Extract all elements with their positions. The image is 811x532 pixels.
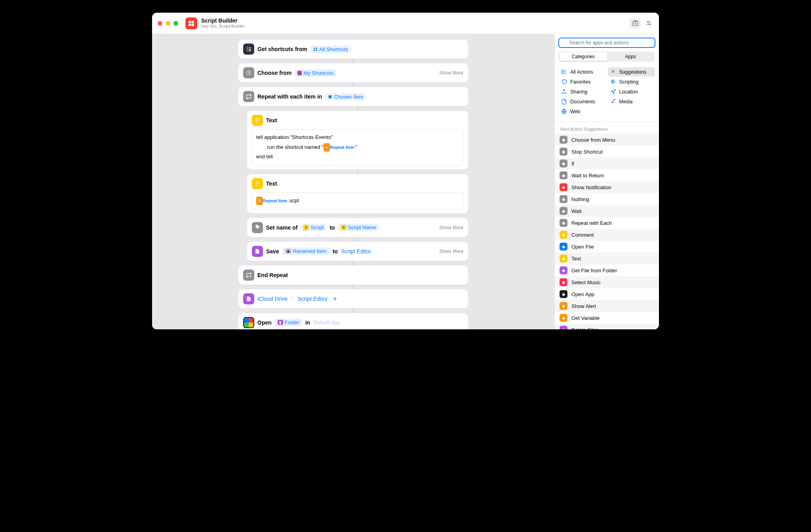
token-default-app[interactable]: Default App xyxy=(313,319,340,325)
suggestion-icon: ◆ xyxy=(560,243,567,251)
action-get-shortcuts[interactable]: Get shortcuts from All Shortcuts xyxy=(238,40,468,59)
category-documents[interactable]: Documents xyxy=(559,97,606,106)
app-window: Script Builder Hey Siri, Script Builder … xyxy=(152,13,659,329)
suggestion-icon: ◆ xyxy=(560,160,567,167)
suggestion-get-variable[interactable]: ◆Get Variable xyxy=(555,312,659,324)
action-label: Save xyxy=(266,248,279,255)
suggestion-wait[interactable]: ◆Wait xyxy=(555,205,659,217)
suggestion-comment[interactable]: ◆Comment xyxy=(555,229,659,241)
workflow-editor[interactable]: Get shortcuts from All Shortcuts Choose … xyxy=(152,34,554,329)
tab-apps[interactable]: Apps xyxy=(607,52,655,61)
repeat-icon xyxy=(243,270,254,281)
action-label: End Repeat xyxy=(257,272,288,278)
suggestion-nothing[interactable]: ◆Nothing xyxy=(555,193,659,205)
svg-rect-5 xyxy=(316,48,317,49)
suggestion-icon: ◆ xyxy=(560,231,567,239)
action-save[interactable]: Save ◆Renamed Item to Script Editor Show… xyxy=(247,242,468,261)
category-location[interactable]: Location xyxy=(608,87,655,96)
category-sharing[interactable]: Sharing xyxy=(559,87,606,96)
path-scripteditor[interactable]: Script Editor xyxy=(297,296,327,302)
suggestion-repeat-with-each[interactable]: ◆Repeat with Each xyxy=(555,217,659,229)
svg-point-25 xyxy=(647,21,648,23)
action-set-name[interactable]: Set name of ≡Script to ≡Script Name Show… xyxy=(247,218,468,237)
svg-point-33 xyxy=(562,70,562,70)
token-repeat-item[interactable]: ✕ xyxy=(256,197,263,205)
action-label: Text xyxy=(266,117,277,124)
action-choose-from[interactable]: Choose from My Shortcuts Show More xyxy=(238,63,468,82)
svg-point-34 xyxy=(562,72,562,72)
action-label: Choose from xyxy=(257,70,291,76)
suggestion-icon: ◆ xyxy=(560,171,567,179)
action-end-repeat[interactable]: End Repeat xyxy=(238,266,468,285)
svg-rect-9 xyxy=(248,71,251,71)
svg-rect-6 xyxy=(314,49,315,51)
library-button[interactable] xyxy=(630,19,641,28)
svg-rect-0 xyxy=(188,21,191,23)
suggestion-stop-shortcut[interactable]: ◆Stop Shortcut xyxy=(555,146,659,158)
suggestion-delete-files[interactable]: ◆Delete Files xyxy=(555,324,659,329)
category-all-actions[interactable]: All Actions xyxy=(559,67,606,76)
suggestion-text[interactable]: ◆Text xyxy=(555,253,659,264)
token-script[interactable]: ≡Script xyxy=(301,224,326,231)
token-my-shortcuts[interactable]: My Shortcuts xyxy=(295,69,336,77)
suggestion-icon: ◆ xyxy=(560,302,567,310)
svg-rect-14 xyxy=(329,95,331,98)
show-more[interactable]: Show More xyxy=(439,249,463,254)
suggestion-choose-from-menu[interactable]: ◆Choose from Menu xyxy=(555,134,659,146)
text-content[interactable]: tell application "Shortcuts Events" run … xyxy=(252,129,463,165)
token-script-editor[interactable]: Script Editor xyxy=(341,248,371,255)
category-media[interactable]: Media xyxy=(608,97,655,106)
action-label: Text xyxy=(266,180,277,187)
text-content[interactable]: ✕Repeat Item.scpt xyxy=(252,192,463,209)
suggestions-header: Next Action Suggestions xyxy=(555,124,659,134)
suggestion-open-app[interactable]: ◆Open App xyxy=(555,288,659,300)
category-web[interactable]: Web xyxy=(559,107,606,116)
category-scripting[interactable]: Scripting xyxy=(608,77,655,86)
tab-categories[interactable]: Categories xyxy=(560,52,607,61)
close-window[interactable] xyxy=(158,21,162,26)
text-icon xyxy=(252,178,263,189)
chevron-right-icon: 〉 xyxy=(291,296,294,301)
settings-button[interactable] xyxy=(643,19,654,28)
tab-segment[interactable]: Categories Apps xyxy=(559,51,655,62)
minimize-window[interactable] xyxy=(166,21,170,26)
category-suggestions[interactable]: Suggestions xyxy=(608,67,655,76)
add-path-button[interactable] xyxy=(331,295,339,303)
show-more[interactable]: Show More xyxy=(439,70,463,76)
svg-rect-1 xyxy=(192,21,194,23)
action-folder-path[interactable]: iCloud Drive 〉 Script Editor xyxy=(238,289,468,308)
token-folder[interactable]: ▮Folder xyxy=(275,319,302,326)
show-more[interactable]: Show More xyxy=(439,225,463,230)
traffic-lights xyxy=(158,21,178,26)
suggestion-show-notification[interactable]: ◆Show Notification xyxy=(555,181,659,193)
action-open[interactable]: Open ▮Folder in Default App Show Open In… xyxy=(238,313,468,329)
svg-rect-7 xyxy=(316,49,317,51)
token-all-shortcuts[interactable]: All Shortcuts xyxy=(310,46,351,53)
action-text-2[interactable]: Text ✕Repeat Item.scpt xyxy=(247,174,468,213)
search-input[interactable] xyxy=(559,38,655,48)
suggestion-if[interactable]: ◆If xyxy=(555,158,659,169)
category-favorites[interactable]: Favorites xyxy=(559,77,606,86)
suggestion-wait-to-return[interactable]: ◆Wait to Return xyxy=(555,169,659,181)
suggestion-icon: ◆ xyxy=(560,183,567,191)
suggestion-select-music[interactable]: ◆Select Music xyxy=(555,276,659,288)
suggestion-get-file-from-folder[interactable]: ◆Get File from Folder xyxy=(555,264,659,276)
suggestion-icon: ◆ xyxy=(560,255,567,262)
tag-icon xyxy=(252,222,263,233)
repeat-icon xyxy=(243,91,254,102)
token-renamed-item[interactable]: ◆Renamed Item xyxy=(282,247,329,255)
action-repeat[interactable]: Repeat with each item in Chosen Item xyxy=(238,87,468,106)
action-text-1[interactable]: Text tell application "Shortcuts Events"… xyxy=(247,111,468,169)
token-script-name[interactable]: ≡Script Name xyxy=(338,224,379,231)
svg-point-27 xyxy=(649,24,650,25)
token-repeat-item[interactable]: ✕ xyxy=(324,143,330,152)
fullscreen-window[interactable] xyxy=(173,21,178,26)
suggestion-icon: ◆ xyxy=(560,207,567,215)
path-icloud[interactable]: iCloud Drive xyxy=(257,296,287,302)
tag-chip-icon: ◆ xyxy=(285,249,291,254)
token-chosen-item[interactable]: Chosen Item xyxy=(325,93,366,101)
suggestion-show-alert[interactable]: ◆Show Alert xyxy=(555,300,659,312)
list-icon xyxy=(243,67,254,78)
suggestion-open-file[interactable]: ◆Open File xyxy=(555,241,659,253)
suggestion-icon: ◆ xyxy=(560,314,567,322)
